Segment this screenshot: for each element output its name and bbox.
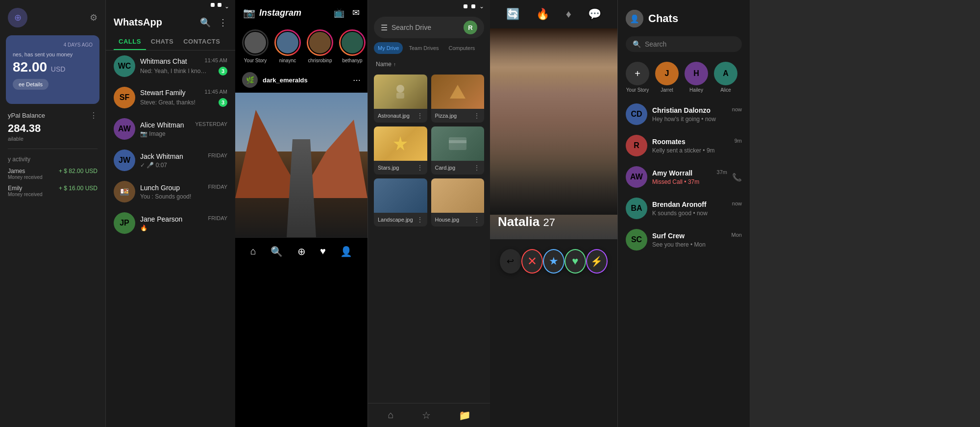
- drive-hamburger-icon[interactable]: ☰: [381, 23, 388, 32]
- ig-home-icon[interactable]: ⌂: [250, 246, 256, 257]
- chats-item-name-4: Surf Crew: [652, 232, 685, 240]
- drive-file-name-3: Card.jpg: [435, 165, 456, 171]
- chats-item-4[interactable]: SC Surf Crew Mon See you there • Mon: [618, 224, 750, 255]
- ig-add-icon[interactable]: ⊕: [297, 246, 306, 257]
- ig-camera-icon[interactable]: 📷: [243, 7, 255, 19]
- dating-boost-btn[interactable]: ⚡: [586, 249, 608, 274]
- ig-story-your[interactable]: Your Story: [242, 29, 269, 63]
- paypal-transaction-2[interactable]: Emily Money received + $ 16.00 USD: [8, 185, 98, 197]
- drive-file-card-3[interactable]: Card.jpg ⋮: [431, 126, 485, 175]
- dating-fire-icon[interactable]: 🔥: [536, 8, 549, 21]
- drive-file-card-4[interactable]: Landscape.jpg ⋮: [374, 178, 427, 226]
- ig-search-nav-icon[interactable]: 🔍: [270, 246, 283, 257]
- drive-user-avatar[interactable]: R: [464, 21, 477, 34]
- paypal-more-icon[interactable]: ⋮: [90, 111, 98, 120]
- paypal-details-button[interactable]: ee Details: [13, 79, 49, 90]
- drive-star-nav-icon[interactable]: ☆: [422, 409, 431, 421]
- drive-file-more-0[interactable]: ⋮: [416, 112, 423, 120]
- wa-more-icon[interactable]: ⋮: [219, 17, 227, 28]
- dating-like-btn[interactable]: ♥: [564, 249, 586, 274]
- ig-story-3[interactable]: bethanyp: [339, 29, 366, 63]
- chats-add-story-icon: +: [626, 62, 649, 85]
- drive-file-card-2[interactable]: Stars.jpg ⋮: [374, 126, 427, 175]
- chats-story-add[interactable]: + Your Story: [626, 62, 649, 93]
- chats-item-2[interactable]: AW Amy Worrall 37m Missed Call • 37m 📞: [618, 161, 750, 193]
- wa-chat-item-0[interactable]: WC Whitmans Chat 11:45 AM Ned: Yeah, I t…: [106, 50, 235, 82]
- wa-chat-time-4: FRIDAY: [208, 184, 227, 192]
- chats-story-hailey[interactable]: H Hailey: [685, 62, 708, 93]
- ig-title: Instagram: [259, 8, 301, 18]
- wa-chat-item-4[interactable]: 🍱 Lunch Group FRIDAY You : Sounds good!: [106, 176, 235, 207]
- wa-chat-item-2[interactable]: AW Alice Whitman YESTERDAY 📷 Image: [106, 113, 235, 145]
- wa-chat-preview-0: Ned: Yeah, I think I know what...: [140, 68, 209, 75]
- wa-chat-item-5[interactable]: JP Jane Pearson FRIDAY 🔥: [106, 207, 235, 239]
- dating-reload-icon[interactable]: 🔄: [506, 8, 519, 21]
- ig-send-icon[interactable]: ✉: [352, 7, 360, 18]
- chats-phone-icon-2[interactable]: 📞: [732, 173, 742, 182]
- chats-story-alice[interactable]: A Alice: [714, 62, 737, 93]
- chats-item-0[interactable]: CD Christian Dalonzo now Hey how's it go…: [618, 99, 750, 130]
- ig-story-inner-3: [341, 31, 364, 54]
- wa-tab-contacts[interactable]: CONTACTS: [178, 34, 225, 50]
- wa-search-icon[interactable]: 🔍: [200, 17, 211, 28]
- ig-story-1[interactable]: ninaync: [274, 29, 301, 63]
- chats-story-jarret[interactable]: J Jarret: [655, 62, 679, 93]
- drive-file-info-2: Stars.jpg ⋮: [374, 161, 427, 175]
- drive-tab-teamdrives[interactable]: Team Drives: [405, 42, 442, 54]
- ig-post-image[interactable]: [235, 93, 368, 237]
- drive-sort-label[interactable]: Name: [376, 61, 392, 68]
- wa-chat-info-4: Lunch Group FRIDAY You : Sounds good!: [140, 184, 227, 200]
- ig-header-left: 📷 Instagram: [243, 7, 301, 19]
- dating-chat-icon[interactable]: 💬: [588, 8, 601, 21]
- ig-story-2[interactable]: chrisrobinp: [307, 29, 333, 63]
- wa-chat-item-3[interactable]: JW Jack Whitman FRIDAY ✓ 🎤 0:07: [106, 145, 235, 176]
- drive-file-more-1[interactable]: ⋮: [473, 112, 480, 120]
- ig-profile-icon[interactable]: 👤: [340, 246, 352, 257]
- drive-home-nav-icon[interactable]: ⌂: [388, 409, 393, 421]
- drive-file-card-0[interactable]: Astronaut.jpg ⋮: [374, 75, 427, 123]
- settings-icon[interactable]: ⚙: [90, 12, 98, 23]
- drive-file-more-2[interactable]: ⋮: [416, 164, 423, 172]
- drive-file-info-1: Pizza.jpg ⋮: [431, 109, 485, 123]
- chats-search-input[interactable]: Search: [645, 40, 735, 48]
- drive-file-card-1[interactable]: Pizza.jpg ⋮: [431, 75, 485, 123]
- paypal-sent-text: nes, has sent you money: [13, 51, 93, 57]
- dating-superlike-btn[interactable]: ★: [543, 249, 564, 274]
- background-spacer: [750, 0, 980, 427]
- chats-item-preview-4: See you there • Mon: [652, 241, 742, 248]
- drive-files-nav-icon[interactable]: 📁: [459, 409, 471, 421]
- chats-story-avatar-hailey: H: [685, 62, 708, 85]
- chats-search-bar[interactable]: 🔍 Search: [626, 36, 742, 52]
- whatsapp-panel: ⌄ WhatsApp 🔍 ⋮ CALLS CHATS CONTACTS WC W…: [105, 0, 235, 427]
- chats-story-label-alice: Alice: [720, 87, 731, 93]
- dating-diamond-icon[interactable]: ♦: [566, 8, 571, 21]
- paypal-transaction-1[interactable]: James Money received + $ 82.00 USD: [8, 168, 98, 180]
- wa-chat-item-1[interactable]: SF Stewart Family 11:45 AM Steve: Great,…: [106, 82, 235, 113]
- chats-story-label-jarret: Jarret: [661, 87, 673, 93]
- stars-svg: [391, 134, 410, 153]
- svg-rect-4: [449, 137, 466, 150]
- chats-user-avatar[interactable]: 👤: [626, 10, 643, 27]
- chats-item-1[interactable]: R Roomates 9m Kelly sent a sticker • 9m: [618, 130, 750, 161]
- pizza-svg: [449, 83, 466, 100]
- ig-tv-icon[interactable]: 📺: [334, 7, 344, 18]
- paypal-balance-amount: 284.38: [8, 122, 98, 135]
- drive-tab-computers[interactable]: Computers: [445, 42, 479, 54]
- ig-heart-icon[interactable]: ♥: [320, 246, 326, 257]
- drive-tab-mydrive[interactable]: My Drive: [374, 42, 403, 54]
- drive-search-bar[interactable]: ☰ Search Drive R: [374, 17, 484, 38]
- drive-file-more-4[interactable]: ⋮: [416, 216, 423, 224]
- drive-file-card-5[interactable]: House.jpg ⋮: [431, 178, 485, 226]
- dating-rewind-btn[interactable]: ↩: [500, 249, 521, 274]
- chats-panel: 👤 Chats 🔍 Search + Your Story J Jarret H…: [617, 0, 750, 427]
- dating-panel: 🔄 🔥 ♦ 💬 Natalia 27 ↩ ✕ ★ ♥ ⚡: [490, 0, 617, 427]
- drive-file-more-3[interactable]: ⋮: [473, 164, 480, 172]
- drive-file-more-5[interactable]: ⋮: [473, 216, 480, 224]
- wa-chat-preview-4: You : Sounds good!: [140, 193, 191, 200]
- ig-post-more-icon[interactable]: ⋯: [353, 75, 361, 85]
- dating-dislike-btn[interactable]: ✕: [521, 249, 543, 274]
- chats-item-3[interactable]: BA Brendan Aronoff now K sounds good • n…: [618, 193, 750, 224]
- wa-tab-calls[interactable]: CALLS: [114, 34, 146, 50]
- ig-road: [287, 139, 316, 237]
- wa-tab-chats[interactable]: CHATS: [146, 34, 178, 50]
